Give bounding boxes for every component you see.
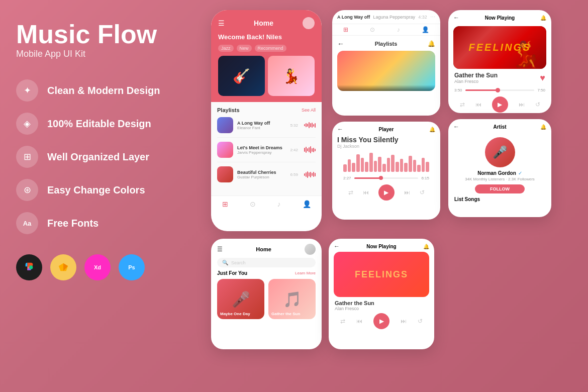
playlist-item-2[interactable]: Let's Meet in Dreams Jarvis Pepperspray …: [217, 142, 316, 162]
artist-back-icon[interactable]: ←: [453, 123, 459, 130]
song-thumb-1: [217, 117, 233, 133]
phone-now-playing: ← Now Playing 🔔 FEELINGS 💃 Gather the Su…: [448, 10, 551, 113]
jfy-title: Just For You: [217, 270, 247, 276]
phone-main: ☰ Home Wecome Back! Niles Jazz New Recom…: [211, 10, 322, 231]
artist-bell-icon[interactable]: 🔔: [540, 124, 546, 130]
home2-menu-icon[interactable]: ☰: [217, 246, 223, 253]
np-prev-icon[interactable]: ⏮: [475, 101, 481, 108]
np-back-icon[interactable]: ←: [453, 14, 459, 21]
np2-shuffle-icon[interactable]: ⇄: [340, 318, 345, 325]
np-next-icon[interactable]: ⏭: [519, 101, 525, 108]
np-dot: [496, 88, 500, 92]
home2-title: Home: [256, 246, 271, 252]
play-button[interactable]: ▶: [378, 184, 395, 201]
home2-avatar[interactable]: [305, 244, 316, 255]
artist-page-title: Artist: [493, 124, 506, 130]
np-header-row: ← Now Playing 🔔: [453, 14, 546, 21]
cat-new[interactable]: New: [237, 45, 252, 52]
np-song-row: Gather the Sun Alan Fresco ♥: [448, 72, 551, 86]
follow-button[interactable]: FOLLOW: [475, 184, 525, 193]
playlist-item-3[interactable]: Beautiful Cherries Gustav Purpleson 6:59: [217, 166, 316, 186]
brand-subtitle: Mobile App UI Kit: [16, 49, 197, 59]
welcome-text: Wecome Back! Niles: [218, 33, 315, 41]
np2-artist: Alan Fresco: [335, 306, 428, 311]
np-play-button[interactable]: ▶: [492, 96, 508, 113]
bell-icon[interactable]: 🔔: [428, 40, 435, 47]
np-repeat-icon[interactable]: ↺: [535, 101, 540, 108]
mini-nav-music[interactable]: ♪: [397, 26, 400, 33]
song-artist-1: Eleanor Fant: [237, 126, 286, 130]
feature-item-editable: ◈ 100% Editable Design: [16, 113, 197, 135]
waveform-2: [304, 146, 316, 154]
repeat-icon[interactable]: ↺: [420, 189, 425, 196]
np-fill: [465, 89, 500, 91]
banner-concert[interactable]: 🎸: [218, 56, 265, 96]
np2-next-icon[interactable]: ⏭: [401, 318, 407, 325]
time-current: 2:27: [343, 176, 351, 180]
phone-main-header: ☰ Home Wecome Back! Niles Jazz New Recom…: [211, 10, 322, 102]
album-grid: 🎤 Maybe One Day 🎵 Gather the Sun: [211, 279, 322, 319]
artist-header-row: ← Artist 🔔: [453, 123, 546, 130]
np2-repeat-icon[interactable]: ↺: [418, 318, 423, 325]
nav-music-icon[interactable]: ♪: [277, 200, 281, 208]
player-back-icon[interactable]: ←: [337, 126, 343, 133]
mini-nav-search[interactable]: ⊙: [370, 26, 375, 33]
see-all-link[interactable]: See All: [302, 108, 316, 113]
user-avatar[interactable]: [303, 17, 315, 29]
np2-prev-icon[interactable]: ⏮: [356, 318, 362, 325]
learn-more-link[interactable]: Learn More: [295, 271, 316, 275]
feature-label-editable: 100% Editable Design: [47, 118, 151, 130]
song-info-3: Beautiful Cherries Gustav Purpleson: [237, 170, 286, 179]
np-time-total: 7:50: [537, 88, 545, 92]
cat-jazz[interactable]: Jazz: [218, 45, 234, 52]
player-controls: ⇄ ⏮ ▶ ⏭ ↺: [337, 182, 435, 203]
playlist-item-1[interactable]: A Long Way off Eleanor Fant 5:32: [217, 117, 316, 138]
mini-nav-profile[interactable]: 👤: [422, 26, 429, 33]
np2-feelings-text: FEELINGS: [355, 269, 408, 280]
np2-song-title: Gather the Sun: [335, 300, 428, 306]
search-bar[interactable]: 🔍 Search: [217, 258, 316, 267]
hamburger-icon[interactable]: ☰: [218, 19, 225, 27]
progress-track[interactable]: [354, 177, 419, 179]
np-title: Now Playing: [485, 15, 515, 21]
player-bell-icon[interactable]: 🔔: [429, 127, 435, 132]
back-arrow-icon[interactable]: ←: [337, 40, 344, 48]
heart-icon[interactable]: ♥: [540, 73, 545, 83]
song-name-3: Beautiful Cherries: [237, 170, 286, 175]
song-artist-2: Jarvis Pepperspray: [237, 150, 286, 155]
nav-home-icon[interactable]: ⊞: [222, 200, 228, 208]
np2-play-button[interactable]: ▶: [373, 313, 389, 329]
np-bell-icon[interactable]: 🔔: [540, 15, 546, 21]
np-shuffle-icon[interactable]: ⇄: [460, 101, 465, 108]
album-card-1[interactable]: 🎤 Maybe One Day: [217, 279, 264, 319]
song-info-2: Let's Meet in Dreams Jarvis Pepperspray: [237, 145, 286, 155]
current-song-artist: Dj Jackson: [337, 144, 435, 149]
playlist-mini-header: A Long Way off Laguna Pepperspray 4:32 ⋯: [332, 10, 440, 24]
song-artist-3: Gustav Purpleson: [237, 175, 286, 179]
album-cover: FEELINGS 💃: [453, 26, 546, 69]
categories-row: Jazz New Recommend: [218, 45, 315, 52]
next-icon[interactable]: ⏭: [404, 189, 410, 196]
album-card-2[interactable]: 🎵 Gather the Sun: [268, 279, 316, 319]
phone-col-3: ← Now Playing 🔔 FEELINGS 💃 Gather the Su…: [448, 10, 551, 382]
feature-item-fonts: Aa Free Fonts: [16, 212, 197, 234]
nav-profile-icon[interactable]: 👤: [303, 200, 311, 208]
artist-header: ← Artist 🔔: [448, 119, 551, 134]
np-track[interactable]: [465, 89, 535, 91]
phone-home-title: Home: [254, 19, 273, 27]
phone-home-v2: ☰ Home 🔍 Search Just For You Learn More …: [211, 239, 322, 349]
cat-recommend[interactable]: Recommend: [255, 45, 286, 52]
np2-back-icon[interactable]: ←: [334, 243, 340, 250]
player-content: ← Player 🔔 I Miss You Silently Dj Jackso…: [332, 122, 440, 207]
mini-nav-home[interactable]: ⊞: [343, 26, 348, 33]
prev-icon[interactable]: ⏮: [363, 189, 369, 196]
phone-now-playing-v2: ← Now Playing 🔔 FEELINGS Gather the Sun …: [329, 239, 434, 349]
playlist-song-duration: 4:32: [418, 15, 427, 20]
np2-bell-icon[interactable]: 🔔: [423, 244, 429, 249]
player-header-row: ← Player 🔔: [337, 126, 435, 133]
shuffle-icon[interactable]: ⇄: [348, 189, 353, 196]
nav-search-icon[interactable]: ⊙: [250, 200, 256, 208]
more-options-icon[interactable]: ⋯: [430, 14, 435, 20]
bottom-phones-row: ☰ Home 🔍 Search Just For You Learn More …: [211, 239, 434, 349]
banner-girl[interactable]: 💃: [268, 56, 315, 96]
